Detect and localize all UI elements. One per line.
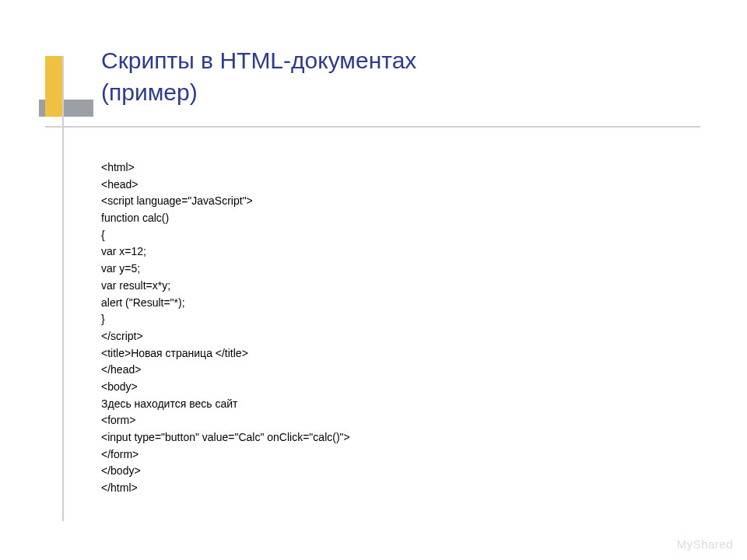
watermark: MyShared bbox=[677, 537, 733, 551]
code-example: <html> <head> <script language="JavaScri… bbox=[101, 159, 350, 497]
slide-container: Скрипты в HTML-документах(пример) <html>… bbox=[0, 0, 747, 560]
slide-title: Скрипты в HTML-документах(пример) bbox=[101, 45, 416, 108]
horizontal-divider bbox=[45, 126, 700, 128]
corner-decoration bbox=[39, 56, 93, 126]
vertical-divider bbox=[62, 56, 64, 521]
yellow-rect bbox=[45, 56, 62, 117]
